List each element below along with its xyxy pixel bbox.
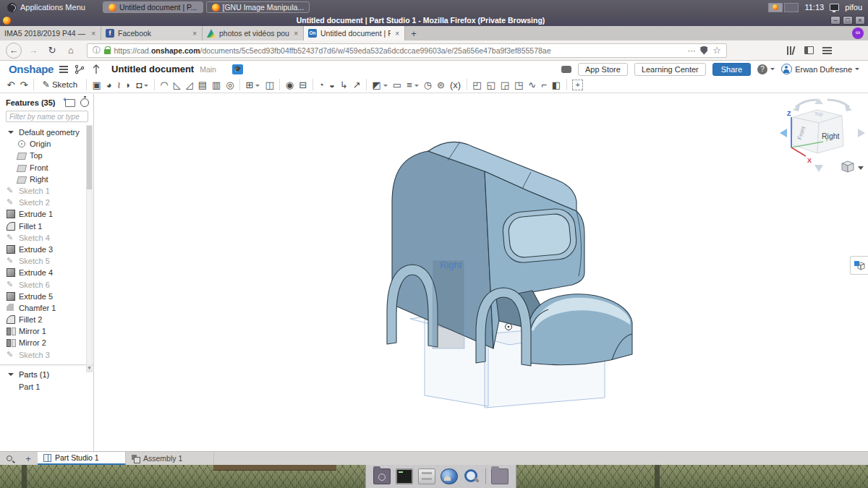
model-canvas[interactable]: Right (94, 94, 868, 451)
new-tab-button[interactable]: + (405, 26, 422, 40)
document-title[interactable]: Untitled document (111, 64, 194, 74)
feature-item[interactable]: Right (0, 174, 93, 185)
flange-icon[interactable]: ◱ (484, 78, 498, 92)
divider[interactable] (566, 79, 567, 90)
insert-folder-icon[interactable] (65, 99, 75, 107)
delete-face-icon[interactable]: ◒ (326, 78, 337, 92)
minimize-button[interactable]: – (830, 16, 841, 25)
undo-icon[interactable]: ↶ (4, 78, 17, 92)
tab-close-icon[interactable]: × (90, 30, 96, 38)
close-button[interactable]: × (855, 16, 865, 25)
insert-point-icon[interactable]: + (570, 78, 586, 92)
parts-section-header[interactable]: Parts (1) (0, 369, 93, 381)
app-store-button[interactable]: App Store (578, 63, 628, 76)
redo-icon[interactable]: ↷ (17, 78, 30, 92)
divider[interactable] (312, 79, 313, 90)
help-icon[interactable]: ? (757, 64, 767, 74)
feature-item[interactable]: Extrude 5 (0, 291, 93, 302)
draft-icon[interactable]: ◿ (183, 78, 195, 92)
view-options-button[interactable] (842, 161, 864, 172)
feature-item[interactable]: Default geometry (0, 127, 93, 138)
variable-icon[interactable]: (x) (448, 78, 464, 92)
hamburger-menu-icon[interactable] (822, 47, 832, 48)
manage-tabs-button[interactable] (0, 452, 19, 465)
sweep-icon[interactable]: ≀ (114, 78, 123, 92)
url-bar[interactable]: ⓘ https://cad.onshape.com/documents/5c5e… (87, 43, 727, 58)
sketch-button[interactable]: ✎ Sketch (37, 78, 83, 92)
feature-item[interactable]: Mirror 2 (0, 337, 93, 348)
right-panel-handle[interactable] (850, 256, 868, 275)
helix-icon[interactable]: ◷ (421, 78, 434, 92)
pocket-icon[interactable] (700, 46, 707, 55)
page-actions-icon[interactable]: ⋯ (688, 46, 696, 55)
task-window-button[interactable]: [GNU Image Manipula... (206, 1, 310, 13)
workspace-1[interactable] (768, 3, 783, 12)
feature-item[interactable]: Fillet 1 (0, 221, 93, 232)
shell-icon[interactable]: ▥ (209, 78, 223, 92)
rotate-left-arrow[interactable] (780, 129, 787, 137)
feature-item[interactable]: Front (0, 162, 93, 174)
revolve-icon[interactable]: ◕ (103, 78, 114, 92)
feature-item[interactable]: Extrude 3 (0, 244, 93, 255)
thicken-icon[interactable]: ◘ (134, 78, 151, 92)
studio-tab[interactable]: Assembly 1 (126, 452, 214, 465)
pattern-icon[interactable]: ◩ (370, 78, 390, 92)
divider[interactable] (279, 79, 280, 90)
learning-center-button[interactable]: Learning Center (634, 63, 706, 76)
hole-icon[interactable]: ◎ (224, 78, 237, 92)
feature-item[interactable]: Extrude 1 (0, 208, 93, 220)
browser-tab[interactable]: IMA5 2018/2019 P44 — Wiki d × (0, 26, 101, 40)
image-folder-icon[interactable] (373, 468, 391, 484)
divider[interactable] (366, 79, 367, 90)
reload-button[interactable]: ↻ (45, 45, 59, 56)
terminal-icon[interactable] (396, 468, 413, 484)
library-icon[interactable] (786, 46, 796, 55)
maximize-button[interactable]: □ (843, 16, 853, 25)
divider[interactable] (239, 79, 240, 90)
transform-icon[interactable]: ↗ (350, 78, 363, 92)
feature-item[interactable]: Origin (0, 138, 93, 150)
modify-fillet-icon[interactable]: ◔ (316, 78, 327, 92)
rotate-down-arrow[interactable] (814, 165, 823, 172)
browser-tab[interactable]: photos et vidéos pour wik × (203, 26, 304, 40)
page-info-icon[interactable]: ⓘ (93, 46, 101, 56)
feature-item[interactable]: Chamfer 1 (0, 302, 93, 314)
branch-label[interactable]: Main (200, 65, 216, 74)
tab-close-icon[interactable]: × (192, 30, 197, 38)
back-button[interactable]: ← (6, 43, 22, 59)
linear-pattern-icon[interactable]: ⊞ (243, 78, 263, 92)
sheet-metal-icon[interactable]: ◰ (470, 78, 484, 92)
divider[interactable] (33, 79, 34, 90)
display-icon[interactable] (830, 4, 839, 11)
follow-mode-icon[interactable] (91, 64, 101, 74)
corner-icon[interactable]: ⌐ (539, 78, 550, 92)
text-icon[interactable]: ⊜ (435, 78, 448, 92)
feature-item[interactable]: Mirror 1 (0, 325, 93, 337)
mate-connector-icon[interactable]: ≡ (404, 78, 422, 92)
feature-item[interactable]: Top (0, 150, 93, 161)
search-icon[interactable] (463, 468, 480, 484)
tab-close-icon[interactable]: × (293, 30, 299, 38)
comment-icon[interactable] (561, 66, 571, 73)
feature-item[interactable]: Sketch 1 (0, 185, 93, 197)
browser-tab[interactable]: On Untitled document | Part S × (304, 26, 405, 40)
feature-item[interactable]: Sketch 4 (0, 232, 93, 244)
loft-icon[interactable]: ◗ (123, 78, 134, 92)
rotate-right-arrow[interactable] (858, 129, 865, 137)
tab-icon[interactable]: ◲ (498, 78, 511, 92)
versions-icon[interactable] (74, 64, 85, 74)
folder-icon[interactable] (491, 468, 509, 484)
feature-item[interactable]: Fillet 2 (0, 314, 93, 325)
tab-close-icon[interactable]: × (394, 30, 400, 38)
divider[interactable] (86, 79, 87, 90)
feature-scrollbar[interactable]: ▼ (86, 125, 93, 372)
chamfer-icon[interactable]: ◺ (171, 78, 183, 92)
boolean-icon[interactable]: ◉ (283, 78, 296, 92)
forward-button[interactable]: → (26, 45, 41, 56)
workspace-2[interactable] (784, 3, 799, 12)
rib-icon[interactable]: ▤ (195, 78, 209, 92)
move-face-icon[interactable]: ↳ (337, 78, 350, 92)
mirror-icon[interactable]: ◫ (263, 78, 276, 92)
fillet-icon[interactable]: ◠ (158, 78, 171, 92)
plane-icon[interactable]: ▭ (390, 78, 404, 92)
